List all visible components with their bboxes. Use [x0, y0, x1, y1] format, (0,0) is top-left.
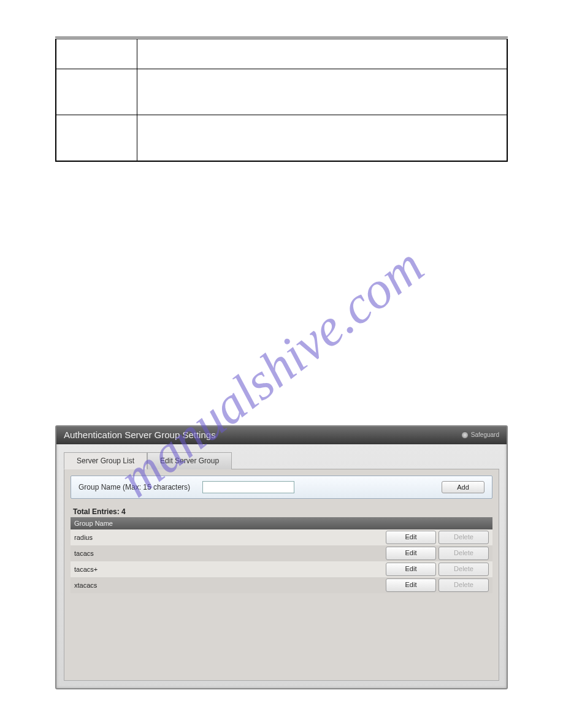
parameter-table: [55, 39, 508, 162]
group-name-cell: tacacs+: [71, 561, 380, 577]
delete-button: Delete: [439, 563, 489, 576]
add-group-row: Group Name (Max: 15 characters) Add: [71, 476, 492, 499]
total-entries-label: Total Entries: 4: [71, 506, 492, 517]
group-table: Group Name radiusEditDeletetacacsEditDel…: [71, 517, 492, 593]
table-row: tacacs+EditDelete: [71, 561, 492, 577]
panel-title: Authentication Server Group Settings: [64, 427, 216, 444]
table-row: tacacsEditDelete: [71, 545, 492, 561]
delete-button: Delete: [439, 578, 489, 592]
table-row: xtacacsEditDelete: [71, 577, 492, 593]
edit-button[interactable]: Edit: [386, 531, 436, 544]
add-button[interactable]: Add: [442, 481, 484, 493]
tab-edit-server-group[interactable]: Edit Server Group: [147, 452, 232, 469]
tab-server-group-list[interactable]: Server Group List: [64, 452, 147, 469]
group-name-input[interactable]: [202, 481, 294, 493]
group-name-label: Group Name (Max: 15 characters): [79, 483, 190, 491]
group-name-cell: xtacacs: [71, 577, 380, 593]
group-name-cell: radius: [71, 529, 380, 545]
edit-button[interactable]: Edit: [386, 578, 436, 592]
edit-button[interactable]: Edit: [386, 547, 436, 560]
column-header-name: Group Name: [71, 517, 380, 529]
top-rule: [55, 37, 508, 37]
table-row: radiusEditDelete: [71, 529, 492, 545]
group-name-cell: tacacs: [71, 545, 380, 561]
tab-content: Group Name (Max: 15 characters) Add Tota…: [64, 469, 499, 681]
tab-bar: Server Group List Edit Server Group: [64, 452, 499, 469]
delete-button: Delete: [439, 531, 489, 544]
delete-button: Delete: [439, 547, 489, 560]
safeguard-badge: Safeguard: [461, 427, 499, 444]
settings-panel: Authentication Server Group Settings Saf…: [55, 425, 508, 689]
edit-button[interactable]: Edit: [386, 563, 436, 576]
safeguard-icon: [461, 431, 469, 439]
